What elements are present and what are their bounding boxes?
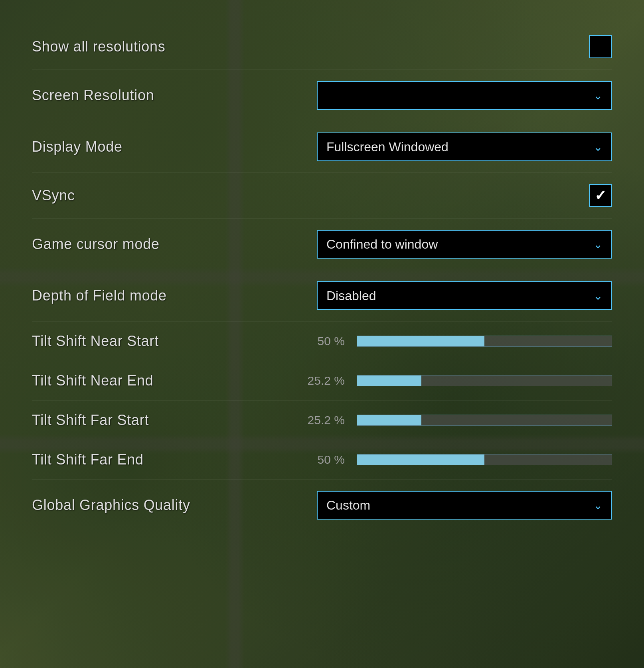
label-tilt-shift-near-end: Tilt Shift Near End <box>32 372 153 389</box>
control-tilt-shift-near-end: 25.2 % <box>308 374 612 387</box>
slider-tilt-shift-near-end-percent: 25.2 % <box>308 374 345 387</box>
dropdown-global-graphics-quality-value: Custom <box>326 498 370 513</box>
label-vsync: VSync <box>32 187 75 204</box>
control-game-cursor-mode: Confined to window ⌄ <box>317 230 612 259</box>
dropdown-global-graphics-quality-arrow: ⌄ <box>593 499 603 512</box>
label-show-all-resolutions: Show all resolutions <box>32 38 166 55</box>
dropdown-game-cursor-mode-arrow: ⌄ <box>593 238 603 251</box>
control-display-mode: Fullscreen Windowed ⌄ <box>317 132 612 161</box>
row-tilt-shift-near-start: Tilt Shift Near Start 50 % <box>32 322 612 361</box>
row-screen-resolution: Screen Resolution ⌄ <box>32 70 612 121</box>
slider-tilt-shift-near-start-fill <box>357 336 484 346</box>
checkbox-vsync[interactable] <box>589 184 612 207</box>
control-tilt-shift-far-start: 25.2 % <box>308 413 612 427</box>
slider-tilt-shift-near-start-percent: 50 % <box>309 334 345 348</box>
row-display-mode: Display Mode Fullscreen Windowed ⌄ <box>32 121 612 173</box>
label-game-cursor-mode: Game cursor mode <box>32 236 160 253</box>
label-tilt-shift-near-start: Tilt Shift Near Start <box>32 333 159 350</box>
control-depth-of-field-mode: Disabled ⌄ <box>317 281 612 310</box>
slider-tilt-shift-far-start-fill <box>357 415 421 425</box>
row-tilt-shift-near-end: Tilt Shift Near End 25.2 % <box>32 361 612 401</box>
control-tilt-shift-near-start: 50 % <box>309 334 612 348</box>
dropdown-display-mode-arrow: ⌄ <box>593 140 603 154</box>
dropdown-game-cursor-mode-value: Confined to window <box>326 237 438 252</box>
dropdown-depth-of-field-mode[interactable]: Disabled ⌄ <box>317 281 612 310</box>
dropdown-game-cursor-mode[interactable]: Confined to window ⌄ <box>317 230 612 259</box>
slider-tilt-shift-far-start[interactable] <box>357 415 612 426</box>
label-depth-of-field-mode: Depth of Field mode <box>32 287 167 304</box>
control-tilt-shift-far-end: 50 % <box>309 453 612 466</box>
slider-tilt-shift-near-start[interactable] <box>357 336 612 347</box>
row-global-graphics-quality: Global Graphics Quality Custom ⌄ <box>32 480 612 531</box>
row-show-all-resolutions: Show all resolutions <box>32 24 612 70</box>
dropdown-screen-resolution-arrow: ⌄ <box>593 89 603 102</box>
control-vsync <box>589 184 612 207</box>
slider-tilt-shift-far-end-fill <box>357 455 484 465</box>
slider-tilt-shift-far-end-percent: 50 % <box>309 453 345 466</box>
settings-panel: Show all resolutions Screen Resolution ⌄… <box>0 0 644 668</box>
slider-tilt-shift-near-end[interactable] <box>357 375 612 386</box>
control-screen-resolution: ⌄ <box>317 81 612 110</box>
label-tilt-shift-far-start: Tilt Shift Far Start <box>32 412 149 429</box>
row-depth-of-field-mode: Depth of Field mode Disabled ⌄ <box>32 270 612 322</box>
row-tilt-shift-far-end: Tilt Shift Far End 50 % <box>32 440 612 480</box>
slider-tilt-shift-far-start-percent: 25.2 % <box>308 413 345 427</box>
dropdown-display-mode-value: Fullscreen Windowed <box>326 140 448 154</box>
dropdown-screen-resolution[interactable]: ⌄ <box>317 81 612 110</box>
dropdown-display-mode[interactable]: Fullscreen Windowed ⌄ <box>317 132 612 161</box>
dropdown-depth-of-field-mode-value: Disabled <box>326 289 376 303</box>
row-vsync: VSync <box>32 173 612 219</box>
label-tilt-shift-far-end: Tilt Shift Far End <box>32 451 144 468</box>
label-global-graphics-quality: Global Graphics Quality <box>32 497 190 514</box>
slider-tilt-shift-far-end[interactable] <box>357 454 612 465</box>
label-display-mode: Display Mode <box>32 138 122 155</box>
control-global-graphics-quality: Custom ⌄ <box>317 491 612 520</box>
row-tilt-shift-far-start: Tilt Shift Far Start 25.2 % <box>32 401 612 440</box>
checkbox-show-all-resolutions[interactable] <box>589 35 612 58</box>
control-show-all-resolutions <box>589 35 612 58</box>
row-game-cursor-mode: Game cursor mode Confined to window ⌄ <box>32 219 612 270</box>
slider-tilt-shift-near-end-fill <box>357 376 421 386</box>
dropdown-global-graphics-quality[interactable]: Custom ⌄ <box>317 491 612 520</box>
dropdown-depth-of-field-mode-arrow: ⌄ <box>593 289 603 302</box>
label-screen-resolution: Screen Resolution <box>32 87 154 104</box>
